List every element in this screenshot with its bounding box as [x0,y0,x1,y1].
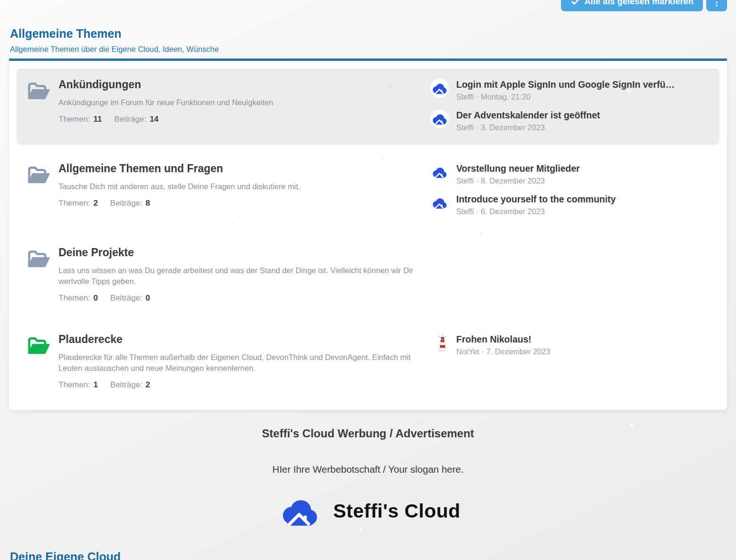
topic-meta: NotYet · 7. Dezember 2023 [456,347,550,357]
steffis-cloud-logo[interactable]: Steffi's Cloud [276,493,460,529]
meta-separator: · [476,207,479,216]
topic-author-link[interactable]: Steffi [456,207,474,216]
advertisement-title: Steffi's Cloud Werbung / Advertisement [0,427,736,440]
latest-topic: Introduce yourself to the community Stef… [430,193,710,217]
posts-count: 14 [150,114,159,125]
forum-title-link[interactable]: Plauderecke [59,333,123,346]
posts-label: Beiträge: [110,198,142,209]
forum-title-link[interactable]: Allgemeine Themen und Fragen [59,162,223,175]
mark-all-read-button[interactable]: Alle als gelesen markieren [561,0,703,11]
topic-title-link[interactable]: Frohen Nikolaus! [456,334,550,345]
topic-meta: Steffi · Montag, 21:20 [456,92,675,102]
forum-icon-column [26,246,59,303]
forum-icon-column [26,78,59,133]
board-section-subtitle: Allgemeine Themen über die Eigene Cloud,… [10,44,726,54]
folder-open-icon [26,248,50,269]
topics-count: 2 [93,198,98,209]
forum-info: Ankündigungen Ankündigunge im Forum für … [59,78,430,133]
advertisement-slogan: HIer Ihre Werbebotschaft / Your slogan h… [0,464,736,475]
latest-topic: Frohen Nikolaus! NotYet · 7. Dezember 20… [430,334,710,357]
board-section-title[interactable]: Allgemeine Themen [10,26,726,41]
meta-separator: · [476,176,479,185]
latest-topics: Frohen Nikolaus! NotYet · 7. Dezember 20… [430,333,710,390]
topics-count: 11 [93,114,102,125]
posts-count: 2 [146,379,150,390]
board-toolbar: Alle als gelesen markieren ⋮ [561,0,727,11]
logo-text: Steffi's Cloud [333,500,460,522]
meta-separator: · [482,347,485,356]
meta-separator: · [476,123,479,132]
forum-stats: Themen:0 Beiträge:0 [59,293,419,303]
forum-stats: Themen:1 Beiträge:2 [59,379,419,390]
topics-label: Themen: [59,379,90,390]
topic-author-link[interactable]: Steffi [456,123,474,132]
posts-label: Beiträge: [110,293,142,303]
check-icon [570,0,580,7]
forum-info: Allgemeine Themen und Fragen Tausche Dic… [59,162,430,217]
topic-author-link[interactable]: Steffi [456,176,474,185]
posts-count: 0 [146,293,150,303]
topic-author-link[interactable]: Steffi [456,92,474,101]
user-avatar-lighthouse-icon[interactable] [430,334,449,352]
mark-all-read-label: Alle als gelesen markieren [585,0,694,7]
forum-info: Deine Projekte Lass uns wissen an was Du… [59,246,430,303]
latest-topics [430,246,710,303]
forum-stats: Themen:2 Beiträge:8 [59,198,419,209]
latest-topics: Login mit Apple SignIn und Google SignIn… [430,78,710,133]
topic-date: Montag, 21:20 [481,92,531,101]
forum-icon-column [26,162,59,217]
forum-row-ankuendigungen: Ankündigungen Ankündigunge im Forum für … [17,68,719,145]
topic-meta: Steffi · 8. Dezember 2023 [456,176,580,186]
support-section-title[interactable]: Deine Eigene Cloud [10,550,726,560]
topic-date: 6. Dezember 2023 [481,207,545,216]
forum-row-deine-projekte: Deine Projekte Lass uns wissen an was Du… [17,236,719,316]
topic-date: 8. Dezember 2023 [481,176,545,185]
forum-row-plauderecke: Plauderecke Plauderecke für alle Themen … [17,323,719,402]
topic-meta: Steffi · 3. Dezember 2023 [456,123,600,133]
topic-title-link[interactable]: Vorstellung neuer Mitglieder [456,163,580,174]
folder-open-icon [26,164,50,185]
folder-open-icon [26,334,50,356]
forum-description: Lass uns wissen an was Du gerade arbeite… [59,265,419,287]
user-avatar-cloud-icon[interactable] [430,193,449,212]
more-options-button[interactable]: ⋮ [706,0,727,11]
latest-topics: Vorstellung neuer Mitglieder Steffi · 8.… [430,162,710,217]
topic-title-link[interactable]: Login mit Apple SignIn und Google SignIn… [456,79,675,90]
forum-stats: Themen:11 Beiträge:14 [59,114,419,125]
latest-topic: Der Adventskalender ist geöffnet Steffi … [430,109,710,133]
forum-description: Plauderecke für alle Themen außerhalb de… [59,352,419,374]
forum-description: Ankündigunge im Forum für neue Funktione… [59,97,419,108]
user-avatar-cloud-icon[interactable] [430,79,449,98]
topic-author-link[interactable]: NotYet [456,347,479,356]
forum-row-allgemeine-themen: Allgemeine Themen und Fragen Tausche Dic… [17,152,719,229]
posts-label: Beiträge: [110,379,142,390]
vertical-ellipsis-icon: ⋮ [712,0,721,8]
forum-title-link[interactable]: Deine Projekte [59,246,134,259]
topic-date: 7. Dezember 2023 [486,347,551,356]
latest-topic: Login mit Apple SignIn und Google SignIn… [430,79,710,102]
topic-date: 3. Dezember 2023 [481,123,545,132]
topic-title-link[interactable]: Der Adventskalender ist geöffnet [456,109,600,121]
topic-title-link[interactable]: Introduce yourself to the community [456,193,616,205]
forum-info: Plauderecke Plauderecke für alle Themen … [59,333,430,390]
user-avatar-cloud-icon[interactable] [430,163,449,182]
user-avatar-cloud-icon[interactable] [430,109,449,128]
topics-label: Themen: [59,293,90,303]
topics-count: 0 [93,293,98,303]
forum-description: Tausche Dich mit anderen aus, stelle Dei… [59,181,419,192]
meta-separator: · [476,92,479,101]
forum-list-panel: Ankündigungen Ankündigunge im Forum für … [9,59,727,410]
topics-count: 1 [93,379,98,390]
advertisement-section: Steffi's Cloud Werbung / Advertisement H… [0,427,736,531]
posts-count: 8 [146,198,150,209]
topic-meta: Steffi · 6. Dezember 2023 [456,207,616,217]
posts-label: Beiträge: [114,114,146,125]
latest-topic: Vorstellung neuer Mitglieder Steffi · 8.… [430,163,710,186]
topics-label: Themen: [59,198,90,209]
support-section-header: Deine Eigene Cloud Hast Du Fragen zu Dei… [0,531,736,560]
forum-title-link[interactable]: Ankündigungen [59,78,141,91]
folder-open-icon [26,80,50,101]
forum-icon-column [26,333,59,390]
cloud-logo-icon [276,493,321,529]
topics-label: Themen: [59,114,90,125]
